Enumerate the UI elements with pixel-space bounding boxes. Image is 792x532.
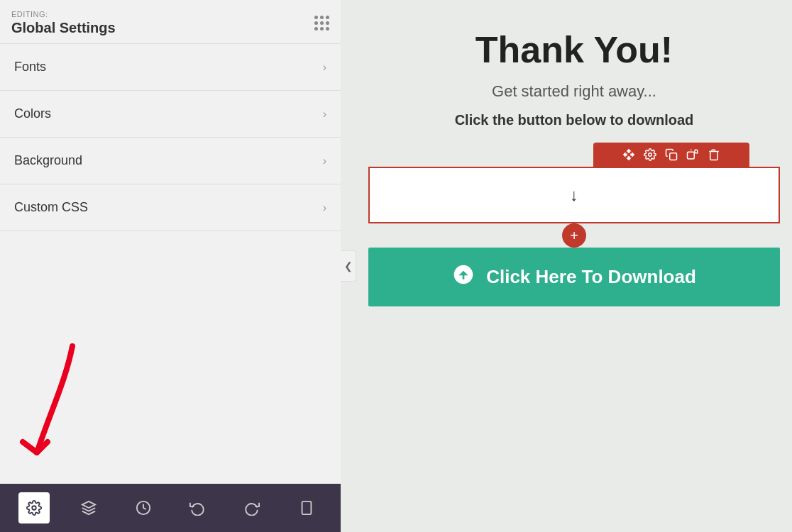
page-content: Thank You! Get started right away... Cli… [356,0,792,335]
plus-icon: + [570,228,578,244]
button-placeholder-area[interactable]: ↓ [368,167,780,223]
sidebar-item-background[interactable]: Background › [0,138,341,184]
undo-button[interactable] [182,492,213,523]
svg-rect-3 [302,501,311,514]
chevron-right-icon: › [323,201,326,214]
svg-rect-7 [688,152,695,159]
redo-button[interactable] [236,492,268,523]
svg-point-5 [649,153,652,157]
layers-button[interactable] [73,492,104,523]
svg-marker-1 [82,501,95,508]
sidebar-item-custom-css[interactable]: Custom CSS › [0,184,341,231]
colors-label: Colors [14,106,51,121]
fonts-label: Fonts [14,60,46,74]
delete-element-button[interactable] [708,148,720,161]
add-element-button[interactable]: + [562,223,586,248]
svg-rect-6 [670,153,677,160]
sidebar-item-colors[interactable]: Colors › [0,91,341,138]
thank-you-heading: Thank You! [475,28,673,71]
main-content: ❮ Thank You! Get started right away... C… [341,0,792,532]
subtitle-text: Get started right away... [492,82,656,101]
element-settings-button[interactable] [644,148,656,161]
down-arrow-icon: ↓ [570,185,578,205]
svg-point-0 [33,506,37,510]
sidebar-header: EDITING: Global Settings [0,0,341,44]
click-instruction: Click the button below to download [455,112,694,128]
dots-menu-icon[interactable] [314,16,329,31]
settings-button[interactable] [18,492,50,523]
chevron-right-icon: › [323,108,326,121]
chevron-right-icon: › [323,155,326,167]
copy-element-button[interactable] [665,148,678,161]
element-toolbar [593,143,749,167]
bottom-toolbar [0,484,341,532]
sidebar: EDITING: Global Settings Fonts › Colors … [0,0,341,532]
collapse-sidebar-button[interactable]: ❮ [341,250,356,282]
download-icon [452,263,475,291]
mobile-button[interactable] [291,492,322,523]
move-element-button[interactable] [622,148,635,161]
background-label: Background [14,153,82,168]
history-button[interactable] [128,492,159,523]
download-btn-label: Click Here To Download [486,266,696,288]
custom-css-label: Custom CSS [14,200,88,215]
download-button[interactable]: Click Here To Download [368,248,780,306]
editing-title: Global Settings [11,20,116,36]
collapse-icon: ❮ [344,260,353,272]
editing-label: EDITING: [11,10,116,18]
sidebar-menu: Fonts › Colors › Background › Custom CSS… [0,44,341,484]
chevron-right-icon: › [323,61,326,74]
sidebar-header-text: EDITING: Global Settings [11,10,116,36]
duplicate-element-button[interactable] [686,148,699,161]
sidebar-item-fonts[interactable]: Fonts › [0,44,341,91]
